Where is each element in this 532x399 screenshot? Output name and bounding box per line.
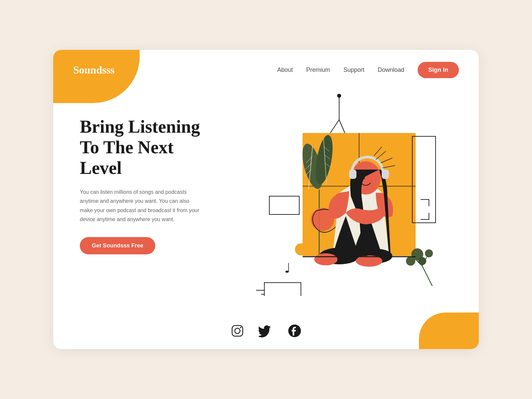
svg-rect-27: [269, 196, 299, 214]
svg-point-31: [295, 243, 307, 255]
svg-point-46: [235, 328, 240, 333]
facebook-icon[interactable]: [286, 323, 303, 339]
instagram-icon[interactable]: [229, 323, 246, 339]
hero-illustration: ♩: [236, 90, 442, 296]
nav: About Premium Support Download Sign In: [277, 62, 459, 78]
main-content: Bring Listening To The Next Level You ca…: [53, 90, 479, 306]
svg-rect-28: [264, 283, 301, 296]
svg-point-47: [240, 327, 241, 328]
footer: [53, 323, 479, 339]
svg-rect-26: [382, 170, 389, 179]
svg-point-36: [406, 256, 415, 266]
twitter-icon[interactable]: [258, 323, 274, 339]
cta-button[interactable]: Get Soundsss Free: [80, 237, 155, 254]
hero-description: You can listen millions of songs and pod…: [80, 188, 200, 224]
illustration-area: ♩: [219, 96, 452, 306]
logo: Soundsss: [73, 64, 115, 76]
nav-link-support[interactable]: Support: [343, 66, 364, 73]
svg-point-39: [425, 249, 433, 257]
nav-link-download[interactable]: Download: [378, 66, 404, 73]
hero-text: Bring Listening To The Next Level You ca…: [80, 96, 219, 254]
nav-link-about[interactable]: About: [277, 66, 293, 73]
svg-line-33: [422, 266, 432, 286]
svg-point-1: [337, 94, 341, 98]
svg-rect-25: [349, 170, 356, 179]
nav-link-premium[interactable]: Premium: [306, 66, 330, 73]
svg-text:♩: ♩: [284, 261, 291, 276]
svg-point-22: [314, 253, 337, 265]
svg-rect-7: [412, 136, 436, 223]
page-wrapper: Soundsss About Premium Support Download …: [53, 50, 479, 349]
sign-in-button[interactable]: Sign In: [418, 62, 459, 78]
hero-title: Bring Listening To The Next Level: [80, 116, 219, 178]
header: Soundsss About Premium Support Download …: [53, 50, 479, 90]
